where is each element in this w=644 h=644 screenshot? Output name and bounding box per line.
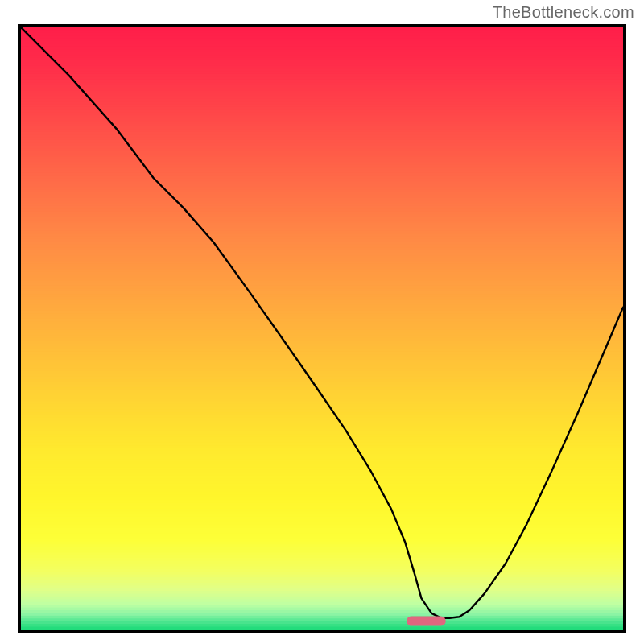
watermark-text: TheBottleneck.com bbox=[493, 3, 634, 22]
marker-layer bbox=[407, 617, 446, 626]
chart-stage: TheBottleneck.com bbox=[0, 0, 644, 644]
optimal-marker bbox=[407, 617, 446, 626]
svg-rect-218 bbox=[21, 627, 623, 630]
gradient-background bbox=[21, 27, 623, 630]
plot-frame bbox=[18, 24, 626, 633]
plot-svg bbox=[21, 27, 623, 630]
